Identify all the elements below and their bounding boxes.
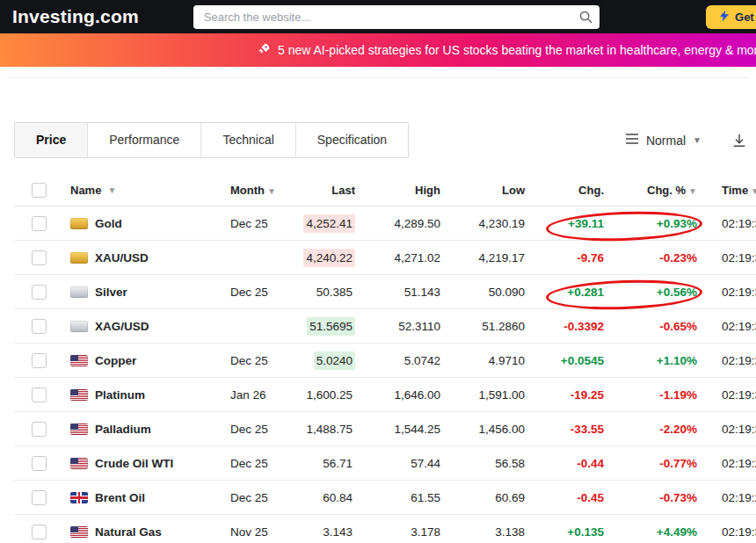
column-header-chg[interactable]: Chg. %▼ (614, 184, 706, 197)
month-cell: Dec 25 (213, 286, 281, 299)
logo[interactable]: Investing.com (12, 6, 139, 27)
tab-technical[interactable]: Technical (201, 123, 295, 157)
time-cell: 02:19:3 (706, 286, 756, 299)
table-row[interactable]: SilverDec 2550.38551.14350.090+0.281+0.5… (14, 275, 756, 309)
month-cell: Dec 25 (213, 423, 281, 436)
instrument-name[interactable]: Platinum (95, 388, 145, 402)
table-row[interactable]: Natural GasNov 253.1433.1783.138+0.135+4… (14, 515, 756, 543)
column-header-last[interactable]: Last (281, 184, 366, 197)
low-cell: 1,591.00 (451, 388, 535, 402)
row-checkbox[interactable] (32, 422, 47, 437)
name-cell: Gold (53, 217, 213, 230)
time-cell: 02:19:2 (706, 491, 756, 504)
change-cell: +0.0545 (535, 354, 614, 367)
row-checkbox[interactable] (32, 285, 47, 300)
checkbox-cell (14, 387, 53, 402)
instrument-name[interactable]: Crude Oil WTI (95, 457, 173, 470)
checkbox-cell (14, 250, 53, 265)
change-cell: +0.281 (535, 286, 614, 299)
row-checkbox[interactable] (32, 250, 47, 265)
instrument-name[interactable]: Silver (95, 286, 127, 299)
low-cell: 51.2860 (451, 320, 535, 333)
time-cell: 02:19:3 (706, 251, 756, 264)
row-checkbox[interactable] (32, 456, 47, 471)
low-cell: 3.138 (451, 525, 535, 539)
month-cell: Dec 25 (213, 354, 281, 367)
name-cell: Copper (53, 354, 213, 367)
us-flag-icon (70, 424, 88, 435)
divider (7, 67, 749, 78)
row-checkbox[interactable] (32, 490, 47, 505)
time-cell: 02:19:3 (706, 423, 756, 436)
column-header-name[interactable]: Name▼ (53, 184, 213, 197)
view-mode-label: Normal (646, 134, 686, 148)
instrument-name[interactable]: Brent Oil (95, 491, 145, 504)
tab-price[interactable]: Price (15, 123, 88, 157)
last-cell: 50.385 (281, 286, 366, 299)
change-percent-cell: -2.20% (614, 423, 706, 436)
last-cell: 60.84 (281, 491, 366, 504)
instrument-name[interactable]: Gold (95, 217, 122, 230)
table-row[interactable]: Brent OilDec 2560.8461.5560.69-0.45-0.73… (14, 481, 756, 515)
high-cell: 3.178 (366, 525, 451, 539)
low-cell: 4.9710 (451, 354, 535, 367)
time-cell: 02:19:3 (706, 388, 756, 402)
tab-performance[interactable]: Performance (88, 123, 201, 157)
get-button[interactable]: Get E (706, 5, 756, 29)
silver-flag-icon (70, 286, 88, 298)
lightning-icon (720, 10, 730, 25)
select-all-checkbox[interactable] (32, 183, 47, 198)
column-header-time[interactable]: Time▼ (706, 184, 756, 197)
table-row[interactable]: XAU/USD4,240.224,271.024,219.17-9.76-0.2… (14, 241, 756, 275)
name-cell: Platinum (53, 388, 213, 402)
low-cell: 4,230.19 (451, 217, 535, 230)
change-cell: -0.3392 (535, 320, 614, 333)
table-row[interactable]: CopperDec 255.02405.07424.9710+0.0545+1.… (14, 344, 756, 378)
column-header-chg[interactable]: Chg. (535, 184, 614, 197)
content: PricePerformanceTechnicalSpecification N… (0, 122, 756, 543)
tab-specification[interactable]: Specification (296, 123, 408, 157)
instrument-name[interactable]: XAU/USD (95, 251, 149, 264)
month-cell: Dec 25 (213, 491, 281, 504)
instrument-name[interactable]: XAG/USD (95, 320, 149, 333)
view-mode-dropdown[interactable]: Normal ▼ (625, 133, 747, 148)
high-cell: 51.143 (366, 286, 451, 299)
month-cell: Dec 25 (213, 457, 281, 470)
silver-flag-icon (70, 321, 88, 332)
change-percent-cell: +0.56% (614, 286, 706, 299)
change-percent-cell: -0.77% (614, 457, 706, 470)
checkbox-cell (14, 285, 53, 300)
high-cell: 4,289.50 (366, 217, 451, 230)
instrument-name[interactable]: Copper (95, 354, 136, 367)
row-checkbox[interactable] (32, 387, 47, 402)
instrument-name[interactable]: Natural Gas (95, 525, 162, 539)
table-row[interactable]: Crude Oil WTIDec 2556.7157.4456.58-0.44-… (14, 446, 756, 481)
logo-main: Investing (12, 6, 95, 26)
promo-banner[interactable]: 5 new AI-picked strategies for US stocks… (0, 33, 756, 67)
table-row[interactable]: PlatinumJan 261,600.251,646.001,591.00-1… (14, 378, 756, 412)
row-checkbox[interactable] (32, 319, 47, 334)
tabs-row: PricePerformanceTechnicalSpecification N… (14, 122, 756, 158)
column-header-month[interactable]: Month▼ (213, 184, 281, 197)
search-input[interactable] (193, 11, 600, 24)
download-button[interactable] (731, 133, 747, 148)
sort-caret-icon: ▼ (751, 186, 756, 196)
table-row[interactable]: GoldDec 254,252.414,289.504,230.19+39.11… (14, 206, 756, 241)
high-cell: 4,271.02 (366, 251, 451, 264)
last-cell: 4,252.41 (281, 217, 366, 230)
row-checkbox[interactable] (32, 353, 47, 368)
instrument-name[interactable]: Palladium (95, 423, 151, 436)
table-row[interactable]: PalladiumDec 251,488.751,544.251,456.00-… (14, 412, 756, 446)
column-header-high[interactable]: High (366, 184, 451, 197)
row-checkbox[interactable] (32, 216, 47, 231)
search-icon[interactable] (579, 11, 592, 27)
table-row[interactable]: XAG/USD51.569552.311051.2860-0.3392-0.65… (14, 309, 756, 344)
gold-flag-icon (70, 218, 88, 229)
us-flag-icon (70, 389, 88, 401)
column-header-low[interactable]: Low (451, 184, 535, 197)
change-percent-cell: -0.73% (614, 491, 706, 504)
row-checkbox[interactable] (32, 525, 47, 539)
low-cell: 4,219.17 (451, 251, 535, 264)
time-cell: 02:19:3 (706, 354, 756, 367)
gold-flag-icon (70, 252, 88, 264)
